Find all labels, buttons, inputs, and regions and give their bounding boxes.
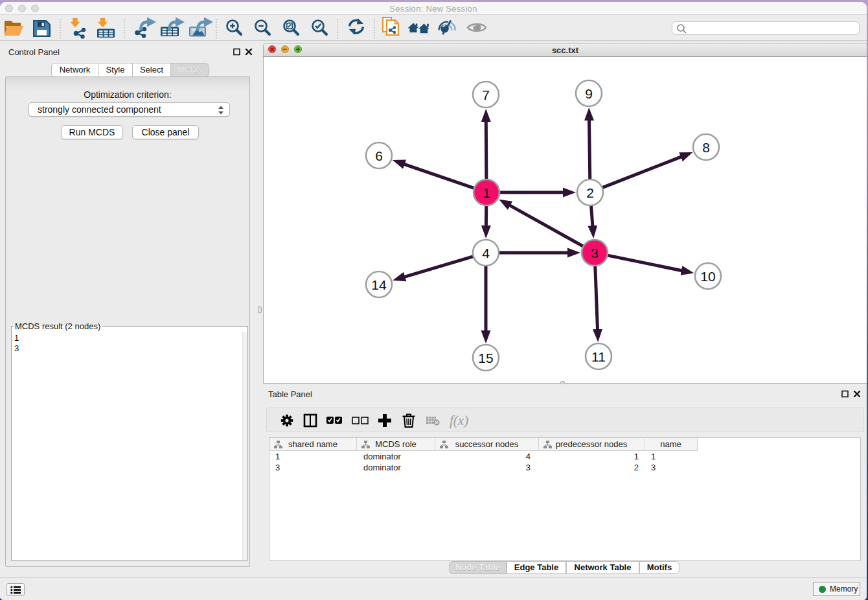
svg-text:9: 9 [585,86,593,101]
svg-text:f(x): f(x) [450,413,468,428]
svg-text:3: 3 [591,246,599,260]
svg-text:14: 14 [371,277,387,292]
svg-text:8: 8 [702,140,710,155]
svg-text:10: 10 [700,269,715,284]
svg-text:2: 2 [586,185,594,200]
svg-text:1: 1 [483,185,490,200]
svg-text:7: 7 [482,87,490,102]
svg-text:15: 15 [478,351,493,365]
svg-text:6: 6 [375,148,383,163]
svg-text:11: 11 [591,349,606,364]
svg-text:4: 4 [482,246,490,260]
